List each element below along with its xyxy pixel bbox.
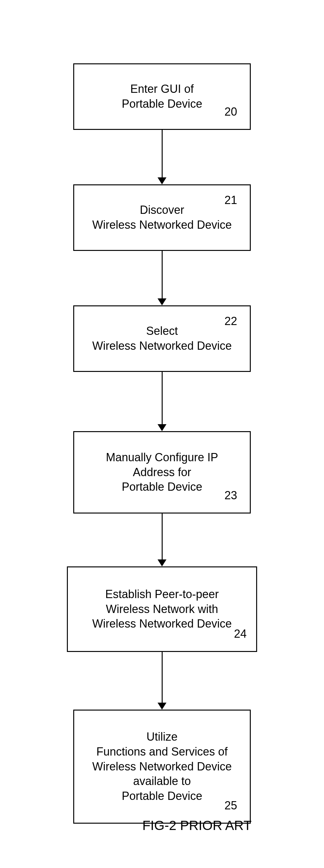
step-line: Wireless Networked Device xyxy=(92,218,232,232)
step-box-21: Discover Wireless Networked Device 21 xyxy=(73,184,251,251)
step-line: Wireless Networked Device xyxy=(92,339,232,353)
step-line: Utilize xyxy=(92,730,232,744)
step-line: Wireless Networked Device xyxy=(92,760,232,774)
step-number: 24 xyxy=(234,627,247,642)
step-line: Portable Device xyxy=(122,97,202,112)
step-box-24: Establish Peer-to-peer Wireless Network … xyxy=(67,566,257,652)
step-text: Select Wireless Networked Device xyxy=(92,324,232,353)
step-box-23: Manually Configure IP Address for Portab… xyxy=(73,431,251,514)
step-line: Portable Device xyxy=(106,479,218,495)
step-number: 21 xyxy=(225,193,237,208)
flowchart: Enter GUI of Portable Device 20 Discover… xyxy=(67,63,257,824)
step-text: Discover Wireless Networked Device xyxy=(92,203,232,232)
step-line: available to xyxy=(92,774,232,789)
step-text: Enter GUI of Portable Device xyxy=(122,82,202,112)
arrow-icon xyxy=(157,251,167,305)
step-line: Establish Peer-to-peer xyxy=(92,587,232,602)
step-line: Functions and Services of xyxy=(92,744,232,760)
step-box-25: Utilize Functions and Services of Wirele… xyxy=(73,710,251,824)
step-number: 22 xyxy=(225,314,237,329)
step-number: 25 xyxy=(225,798,237,813)
step-text: Establish Peer-to-peer Wireless Network … xyxy=(92,587,232,631)
arrow-icon xyxy=(157,514,167,566)
step-line: Address for xyxy=(106,465,218,480)
step-line: Manually Configure IP xyxy=(106,450,218,465)
step-number: 23 xyxy=(225,488,237,503)
step-box-20: Enter GUI of Portable Device 20 xyxy=(73,63,251,130)
step-line: Portable Device xyxy=(92,789,232,804)
step-line: Wireless Network with xyxy=(92,602,232,617)
step-text: Manually Configure IP Address for Portab… xyxy=(106,450,218,495)
arrow-icon xyxy=(157,652,167,710)
step-number: 20 xyxy=(225,104,237,119)
step-line: Select xyxy=(92,324,232,339)
step-text: Utilize Functions and Services of Wirele… xyxy=(92,730,232,804)
step-line: Enter GUI of xyxy=(122,82,202,97)
figure-caption: FIG-2 PRIOR ART xyxy=(142,818,252,833)
arrow-icon xyxy=(157,130,167,184)
arrow-icon xyxy=(157,372,167,431)
step-box-22: Select Wireless Networked Device 22 xyxy=(73,305,251,372)
step-line: Wireless Networked Device xyxy=(92,617,232,631)
step-line: Discover xyxy=(92,203,232,218)
